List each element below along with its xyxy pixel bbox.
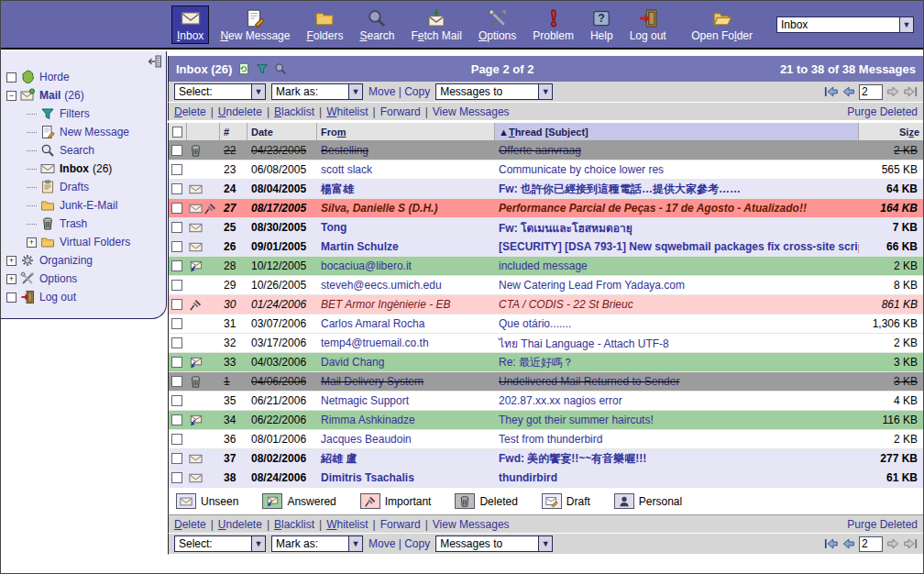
row-checkbox[interactable] [171, 145, 182, 156]
message-subject[interactable]: Offerte aanvraag [495, 144, 859, 157]
tree-expander-plus[interactable]: + [6, 274, 16, 284]
purge-deleted-link[interactable]: Purge Deleted [847, 518, 918, 531]
message-from[interactable]: bocaciua@libero.it [317, 259, 495, 272]
column-header-thread[interactable]: ▲ Thread [Subject] [495, 123, 859, 140]
select-action-dropdown[interactable]: Select:▼ [174, 535, 266, 552]
page-number-input[interactable] [859, 536, 883, 552]
toolbar-item-folders[interactable]: Folders [301, 6, 348, 44]
message-subject[interactable]: 202.87.xx.xx nagios error [495, 394, 859, 407]
row-checkbox[interactable] [171, 164, 182, 175]
forward-link[interactable]: Forward [380, 518, 421, 531]
message-subject[interactable]: Fwd: 美的饗宴!!~~有音樂喔!!! [495, 451, 859, 467]
row-checkbox[interactable] [171, 337, 182, 348]
view-messages-link[interactable]: View Messages [433, 105, 510, 118]
sidebar-item-virtual-folders[interactable]: +Virtual Folders [1, 233, 166, 251]
row-checkbox[interactable] [171, 434, 182, 445]
row-checkbox[interactable] [171, 376, 182, 387]
message-subject[interactable]: Fw: 也許你已經接到這種電話…提供大家參考…… [495, 182, 859, 197]
message-from[interactable]: Tong [317, 221, 495, 234]
forward-link[interactable]: Forward [380, 105, 421, 118]
copy-link[interactable]: Copy [404, 537, 430, 550]
blacklist-link[interactable]: Blacklist [274, 518, 314, 531]
nav-prev-icon[interactable] [842, 84, 856, 99]
message-from[interactable]: David Chang [317, 356, 495, 369]
move-link[interactable]: Move [368, 85, 395, 98]
toolbar-item-problem[interactable]: Problem [527, 6, 579, 44]
select-action-dropdown[interactable]: Select:▼ [174, 83, 266, 100]
sidebar-item-mail[interactable]: −Mail(26) [1, 86, 166, 105]
sidebar-item-drafts[interactable]: Drafts [1, 178, 166, 196]
column-header-size[interactable]: Size [859, 123, 923, 140]
message-from[interactable]: Rimma Ashkinadze [317, 414, 495, 426]
column-header-date[interactable]: Date [248, 123, 317, 140]
undelete-link[interactable]: Undelete [218, 105, 262, 118]
sidebar-item-organizing[interactable]: +Organizing [1, 251, 166, 270]
message-from[interactable]: Silva, Danielle S (D.H.) [317, 202, 495, 215]
sidebar-item-search[interactable]: Search [1, 141, 166, 160]
row-checkbox[interactable] [171, 280, 182, 291]
message-subject[interactable]: [SECURITY] [DSA 793-1] New sqwebmail pac… [495, 240, 859, 253]
copy-link[interactable]: Copy [404, 85, 430, 98]
message-from[interactable]: Carlos Amaral Rocha [317, 317, 495, 330]
messages-to-dropdown[interactable]: Messages to▼ [435, 535, 553, 552]
nav-first-icon[interactable] [824, 536, 839, 551]
messages-to-dropdown[interactable]: Messages to▼ [435, 83, 553, 100]
message-subject[interactable]: included message [495, 259, 859, 272]
column-header-subject[interactable]: [Subject] [543, 127, 588, 138]
sidebar-item-inbox[interactable]: Inbox(26) [1, 160, 166, 178]
message-subject[interactable]: thundirbird [495, 471, 859, 484]
tree-expander-plus[interactable]: + [6, 256, 16, 266]
refresh-icon[interactable] [237, 62, 250, 75]
message-subject[interactable]: Communicate by choice lower res [495, 163, 859, 176]
view-messages-link[interactable]: View Messages [433, 518, 510, 531]
page-number-input[interactable] [859, 84, 883, 100]
sidebar-item-horde[interactable]: Horde [1, 68, 166, 86]
row-checkbox[interactable] [171, 222, 182, 233]
message-subject[interactable]: Re: 最近好嗎？ [495, 355, 859, 370]
sidebar-item-new-message[interactable]: New Message [1, 123, 166, 141]
undelete-link[interactable]: Undelete [218, 518, 262, 531]
mark-as-dropdown[interactable]: Mark as:▼ [271, 83, 363, 100]
open-folder-button[interactable]: Open Folder [686, 6, 758, 44]
row-checkbox[interactable] [171, 472, 182, 483]
message-from[interactable]: Netmagic Support [317, 394, 495, 407]
message-from[interactable]: Martin Schulze [317, 240, 495, 253]
row-checkbox[interactable] [171, 357, 182, 368]
toolbar-item-log-out[interactable]: Log out [624, 6, 672, 44]
blacklist-link[interactable]: Blacklist [274, 105, 314, 118]
toolbar-item-new-message[interactable]: New Message [214, 6, 295, 44]
message-subject[interactable]: ไทย Thai Language - Attach UTF-8 [495, 335, 859, 352]
message-subject[interactable]: Fw: โดเมนและโฮสหมดอายุ [495, 219, 859, 237]
message-subject[interactable]: They got their summer haircuts! [495, 414, 859, 426]
sidebar-item-junk-e-mail[interactable]: Junk-E-Mail [1, 196, 166, 215]
message-from[interactable]: 楊富雄 [317, 182, 495, 197]
toolbar-item-options[interactable]: Options [473, 6, 522, 44]
filter-icon[interactable] [256, 62, 269, 75]
sidebar-item-filters[interactable]: Filters [1, 105, 166, 123]
column-header-from[interactable]: From [317, 123, 495, 140]
tree-expander-plus[interactable]: + [27, 237, 37, 248]
row-checkbox[interactable] [171, 414, 182, 425]
row-checkbox[interactable] [171, 203, 182, 214]
message-subject[interactable]: Performance Parcial de Peças - 17 de Ago… [495, 202, 859, 215]
toolbar-item-inbox[interactable]: Inbox [171, 6, 209, 44]
message-from[interactable]: 紹雄 盧 [317, 451, 495, 467]
column-header-number[interactable]: # [220, 123, 248, 140]
message-subject[interactable]: CTA / CODIS - 22 St Brieuc [495, 298, 859, 311]
collapse-sidebar-icon[interactable] [148, 54, 162, 69]
message-from[interactable]: BET Armor Ingènierie - EB [317, 298, 495, 311]
sidebar-item-log-out[interactable]: Log out [1, 288, 166, 306]
message-from[interactable]: scott slack [317, 163, 495, 176]
move-link[interactable]: Move [368, 537, 395, 550]
mark-as-dropdown[interactable]: Mark as:▼ [271, 535, 363, 552]
toolbar-item-fetch-mail[interactable]: Fetch Mail [406, 6, 468, 44]
message-subject[interactable]: New Catering Lead From Yadaya.com [495, 279, 859, 292]
delete-link[interactable]: Delete [174, 518, 206, 531]
purge-deleted-link[interactable]: Purge Deleted [847, 105, 918, 118]
search-icon[interactable] [274, 62, 287, 75]
row-checkbox[interactable] [171, 260, 182, 271]
row-checkbox[interactable] [171, 183, 182, 194]
nav-prev-icon[interactable] [842, 536, 856, 551]
message-from[interactable]: Jacques Beaudoin [317, 433, 495, 446]
sidebar-item-options[interactable]: +Options [1, 270, 166, 288]
